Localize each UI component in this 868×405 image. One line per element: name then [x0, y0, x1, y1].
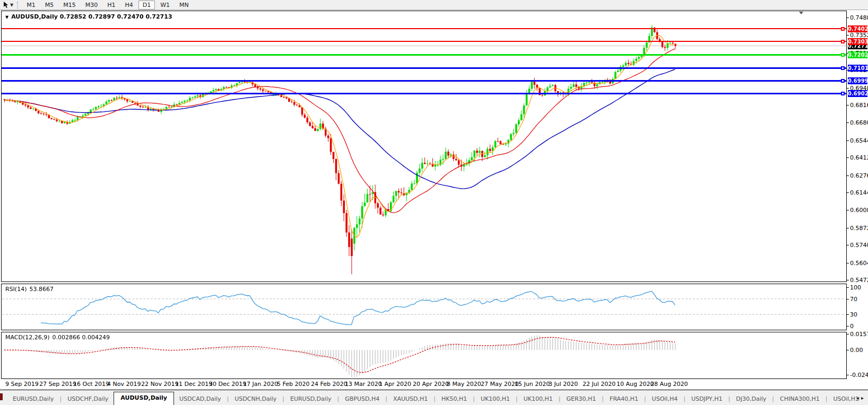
rsi-name: RSI(14) — [5, 286, 27, 293]
level-price-label: 0.69025 — [848, 90, 867, 97]
symbol-timeframe-label: AUDUSD,Daily — [11, 13, 58, 20]
horizontal-level-line[interactable] — [2, 80, 846, 82]
horizontal-level-line[interactable] — [2, 41, 846, 42]
level-line-handle[interactable] — [841, 66, 845, 70]
level-price-label: 0.73033 — [848, 38, 867, 45]
macd-values: 0.002866 0.004249 — [53, 334, 110, 341]
rsi-value: 53.8667 — [29, 286, 54, 293]
chart-title: ▼AUDUSD,Daily 0.72852 0.72897 0.72470 0.… — [5, 13, 172, 20]
level-price-label: 0.71010 — [848, 65, 867, 72]
horizontal-level-line[interactable] — [2, 54, 846, 56]
rsi-indicator-label: RSI(14)53.8667 — [5, 286, 54, 293]
level-line-handle[interactable] — [841, 53, 845, 57]
level-line-handle[interactable] — [841, 40, 845, 43]
mt4-window: ▼ M1M5M15M30H1H4D1W1MN ▼AUDUSD,Daily 0.7… — [0, 0, 868, 405]
level-line-handle[interactable] — [841, 27, 845, 31]
level-price-label: 0.74021 — [848, 25, 867, 32]
horizontal-level-line[interactable] — [2, 93, 846, 94]
level-price-label: 0.72022 — [848, 51, 867, 58]
chart-canvas[interactable] — [0, 0, 868, 405]
ohlc-values: 0.72852 0.72897 0.72470 0.72713 — [60, 13, 172, 20]
level-line-handle[interactable] — [841, 79, 845, 83]
horizontal-level-line[interactable] — [2, 67, 846, 69]
level-line-handle[interactable] — [841, 92, 845, 95]
macd-indicator-label: MACD(12,26,9)0.002866 0.004249 — [5, 334, 110, 341]
chart-shift-marker — [799, 12, 803, 14]
horizontal-level-line[interactable] — [2, 28, 846, 29]
symbol-menu-icon[interactable]: ▼ — [5, 15, 8, 20]
level-price-label: 0.69999 — [848, 77, 867, 84]
macd-name: MACD(12,26,9) — [5, 334, 50, 341]
